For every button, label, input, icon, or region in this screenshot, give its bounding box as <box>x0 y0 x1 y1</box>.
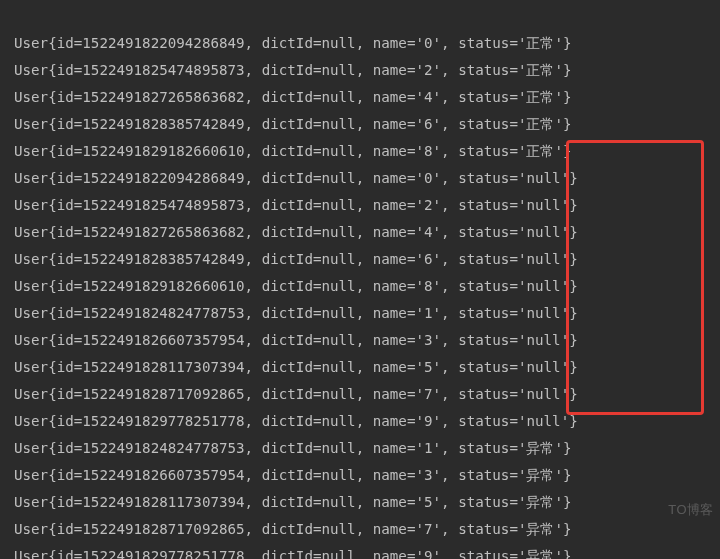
log-line: User{id=1522491826607357954, dictId=null… <box>14 462 720 489</box>
log-line: User{id=1522491824824778753, dictId=null… <box>14 300 720 327</box>
log-line: User{id=1522491824824778753, dictId=null… <box>14 435 720 462</box>
log-line: User{id=1522491827265863682, dictId=null… <box>14 84 720 111</box>
log-line: User{id=1522491829778251778, dictId=null… <box>14 543 720 559</box>
log-line: User{id=1522491828717092865, dictId=null… <box>14 516 720 543</box>
log-line: User{id=1522491826607357954, dictId=null… <box>14 327 720 354</box>
log-line: User{id=1522491828117307394, dictId=null… <box>14 489 720 516</box>
log-line: User{id=1522491829778251778, dictId=null… <box>14 408 720 435</box>
log-line: User{id=1522491828717092865, dictId=null… <box>14 381 720 408</box>
log-line: User{id=1522491829182660610, dictId=null… <box>14 138 720 165</box>
console-output: User{id=1522491822094286849, dictId=null… <box>0 0 720 559</box>
log-line: User{id=1522491828385742849, dictId=null… <box>14 111 720 138</box>
log-line: User{id=1522491829182660610, dictId=null… <box>14 273 720 300</box>
log-line: User{id=1522491828117307394, dictId=null… <box>14 354 720 381</box>
log-line: User{id=1522491825474895873, dictId=null… <box>14 192 720 219</box>
log-line: User{id=1522491825474895873, dictId=null… <box>14 57 720 84</box>
log-line: User{id=1522491827265863682, dictId=null… <box>14 219 720 246</box>
log-line: User{id=1522491822094286849, dictId=null… <box>14 165 720 192</box>
log-line: User{id=1522491828385742849, dictId=null… <box>14 246 720 273</box>
log-lines: User{id=1522491822094286849, dictId=null… <box>14 30 720 559</box>
log-line: User{id=1522491822094286849, dictId=null… <box>14 30 720 57</box>
